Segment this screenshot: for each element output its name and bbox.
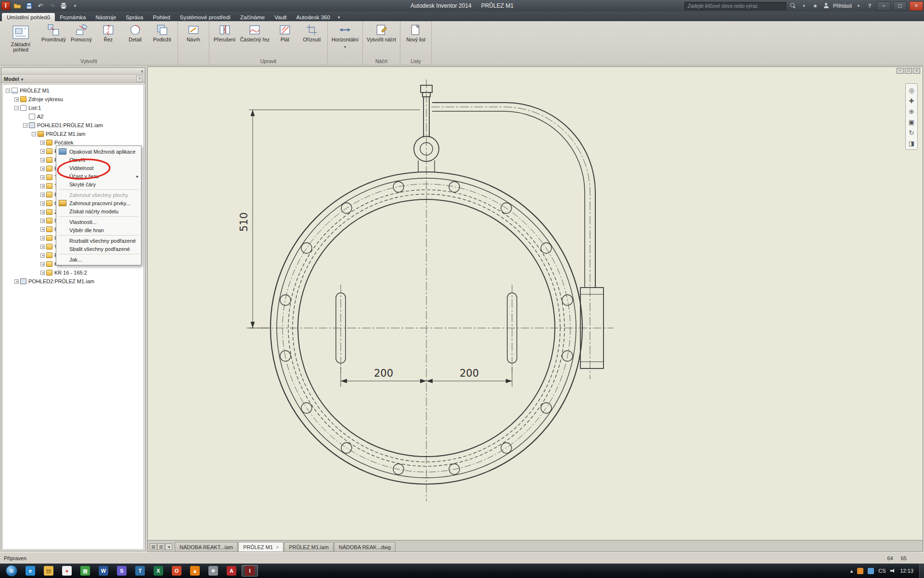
- button-podlozit[interactable]: Podložit: [149, 23, 176, 58]
- menu-item-sbalit-vsechny-podrazene[interactable]: Sbalit všechny podřazené: [57, 245, 141, 253]
- doc-tab-nadoba-reakt-iam[interactable]: NÁDOBA REAKT...iam: [175, 542, 238, 552]
- expand-icon[interactable]: [40, 158, 45, 162]
- button-promitnuty[interactable]: Promítnutý: [39, 23, 68, 58]
- button-horizontalni[interactable]: Horizontální: [330, 23, 360, 58]
- taskbar-icon-file-explorer[interactable]: ▤: [40, 565, 57, 577]
- expand-icon[interactable]: [40, 236, 45, 240]
- signin-dropdown-icon[interactable]: [854, 1, 863, 10]
- menu-item-ucast-v-rezu[interactable]: Účast v řezu: [57, 172, 141, 180]
- menu-item-vyber-dle-hran[interactable]: Výběr dle hran: [57, 226, 141, 234]
- expand-icon[interactable]: [40, 184, 45, 188]
- taskbar-icon-purple-app[interactable]: S: [114, 565, 130, 577]
- speaker-icon[interactable]: [890, 568, 896, 574]
- tab-zaciname[interactable]: Začínáme: [235, 13, 270, 21]
- expand-icon[interactable]: [40, 262, 45, 266]
- tree-item[interactable]: Zdroje výkresu: [3, 95, 143, 104]
- tree-item[interactable]: KR 16 - 165:2: [3, 268, 143, 277]
- search-dropdown-icon[interactable]: [800, 1, 808, 10]
- button-pomocny[interactable]: Pomocný: [68, 23, 95, 58]
- tab-systemove-prostredi[interactable]: Systémové prostředí: [175, 13, 235, 21]
- menu-item-vlastnosti[interactable]: Vlastnosti...: [57, 218, 141, 226]
- taskbar-icon-internet-explorer[interactable]: e: [22, 565, 38, 577]
- orbit-icon[interactable]: [907, 128, 916, 137]
- tree-item[interactable]: List:1: [3, 104, 143, 112]
- button-navrh[interactable]: Návrh: [180, 23, 207, 58]
- menu-item-zahrnout-vsechny-plochy[interactable]: Zahrnout všechny plochy: [57, 191, 141, 199]
- tab-close-icon[interactable]: [276, 545, 279, 550]
- search-icon[interactable]: [789, 1, 797, 10]
- menu-item-opakovat[interactable]: Opakovat Možnosti aplikace: [57, 147, 141, 156]
- taskbar-icon-vlc[interactable]: ▲: [187, 565, 203, 577]
- tree-item[interactable]: PRŮLEZ M1: [3, 86, 143, 95]
- sign-in-link[interactable]: Přihlásit: [833, 3, 852, 9]
- expand-icon[interactable]: [40, 193, 45, 197]
- menu-item-skryte-cary[interactable]: Skryté čáry: [57, 180, 141, 188]
- panel-help-icon[interactable]: [136, 76, 142, 82]
- tab-umisteni-pohledu[interactable]: Umístění pohledů: [2, 13, 55, 21]
- expand-icon[interactable]: [32, 132, 36, 136]
- menu-item-rozbalit-vsechny-podrazene[interactable]: Rozbalit všechny podřazené: [57, 236, 141, 245]
- expand-icon[interactable]: [40, 167, 45, 171]
- tree-item[interactable]: POHLED1:PRŮLEZ M1.iam: [3, 121, 143, 130]
- redo-icon[interactable]: ↷: [47, 1, 57, 10]
- minimize-button[interactable]: [877, 1, 890, 11]
- tab-poznamka[interactable]: Poznámka: [55, 13, 90, 21]
- previous-sheet-icon[interactable]: [165, 543, 172, 550]
- tab-autodesk-360[interactable]: Autodesk 360: [292, 13, 335, 21]
- taskbar-icon-excel[interactable]: X: [150, 565, 167, 577]
- tree-item[interactable]: A2: [3, 112, 143, 121]
- undo-icon[interactable]: ↶: [36, 1, 45, 10]
- zoom-icon[interactable]: [907, 106, 916, 116]
- tray-expand-icon[interactable]: [850, 568, 853, 574]
- tab-pohled[interactable]: Pohled: [148, 13, 175, 21]
- menu-item-zahrnout-pracovni-prvky[interactable]: Zahrnout pracovní prvky...: [57, 199, 141, 207]
- expand-icon[interactable]: [40, 149, 45, 154]
- maximize-button[interactable]: [893, 1, 907, 11]
- expand-icon[interactable]: [14, 97, 19, 102]
- expand-icon[interactable]: [40, 253, 45, 258]
- sheet-grid-icon[interactable]: [150, 543, 157, 550]
- tab-sprava[interactable]: Správa: [121, 13, 148, 21]
- search-input[interactable]: [684, 2, 786, 10]
- expand-icon[interactable]: [14, 279, 19, 284]
- doc-restore-icon[interactable]: [905, 68, 912, 74]
- tray-icon-orange[interactable]: [857, 568, 863, 574]
- customize-dropdown-icon[interactable]: [70, 1, 80, 10]
- zoom-window-icon[interactable]: [907, 117, 916, 127]
- taskbar-icon-gray-app[interactable]: ❖: [205, 565, 221, 577]
- taskbar-icon-orange-app[interactable]: O: [168, 565, 185, 577]
- expand-icon[interactable]: [14, 106, 19, 110]
- button-plat[interactable]: Plát: [271, 23, 298, 58]
- taskbar-icon-green-app[interactable]: ▦: [77, 565, 93, 577]
- clock[interactable]: 12:13: [900, 568, 913, 574]
- navigation-wheel-icon[interactable]: [907, 85, 916, 95]
- sheet-list-icon[interactable]: [157, 543, 165, 550]
- expand-icon[interactable]: [40, 210, 45, 214]
- panel-close-icon[interactable]: [141, 68, 143, 74]
- start-button[interactable]: [6, 565, 17, 577]
- menu-item-viditelnost[interactable]: Viditelnost: [57, 164, 141, 172]
- inventor-app-icon[interactable]: [1, 1, 10, 10]
- expand-icon[interactable]: [40, 271, 45, 275]
- tray-icon-blue[interactable]: [868, 568, 874, 574]
- doc-close-icon[interactable]: [913, 68, 920, 74]
- button-castecny-rez[interactable]: Částečný řez: [238, 23, 271, 58]
- help-icon[interactable]: [865, 1, 874, 10]
- taskbar-icon-word[interactable]: W: [95, 565, 112, 577]
- print-icon[interactable]: [59, 1, 68, 10]
- chevron-down-icon[interactable]: [344, 43, 346, 49]
- tree-item[interactable]: POHLED2:PRŮLEZ M1.iam: [3, 277, 143, 286]
- taskbar-icon-blue-app[interactable]: T: [132, 565, 148, 577]
- user-icon[interactable]: [822, 1, 831, 10]
- expand-icon[interactable]: [6, 89, 10, 93]
- button-detail[interactable]: Detail: [122, 23, 149, 58]
- button-vytvorit-nacrt[interactable]: Vytvořit náčrt: [365, 23, 398, 58]
- menu-item-otevrit[interactable]: Otevřít: [57, 156, 141, 164]
- language-indicator[interactable]: CS: [878, 568, 886, 574]
- menu-item-ziskat-nacrty-modelu[interactable]: Získat náčrty modelu: [57, 207, 141, 215]
- expand-icon[interactable]: [40, 245, 45, 249]
- tab-options-caret-icon[interactable]: ▾: [335, 15, 343, 21]
- button-rez[interactable]: Řez: [95, 23, 122, 58]
- tab-nastroje[interactable]: Nástroje: [90, 13, 121, 21]
- doc-tab-prulez-m1[interactable]: PRŮLEZ M1: [238, 542, 283, 552]
